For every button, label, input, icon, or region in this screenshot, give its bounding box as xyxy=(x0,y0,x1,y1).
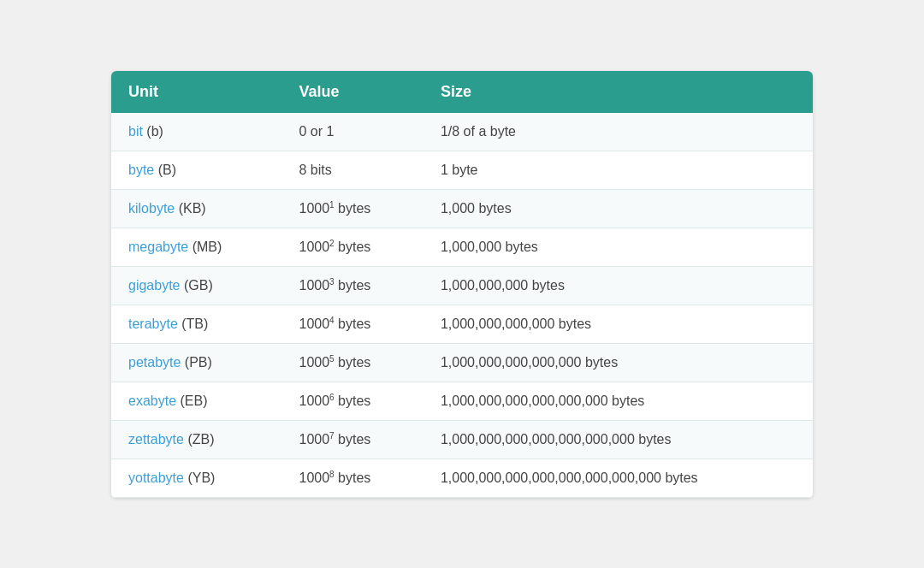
cell-value: 10007 bytes xyxy=(282,420,424,459)
cell-size: 1 byte xyxy=(424,151,813,189)
cell-size: 1,000,000 bytes xyxy=(424,228,813,266)
cell-value: 10001 bytes xyxy=(282,189,424,228)
table-row: exabyte (EB)10006 bytes1,000,000,000,000… xyxy=(111,382,813,420)
unit-abbr: (KB) xyxy=(175,201,205,216)
cell-value: 10008 bytes xyxy=(282,459,424,497)
cell-value: 10005 bytes xyxy=(282,343,424,382)
data-table: Unit Value Size bit (b)0 or 11/8 of a by… xyxy=(111,71,813,498)
cell-size: 1,000,000,000,000,000,000 bytes xyxy=(424,382,813,420)
value-exponent: 8 xyxy=(329,469,335,478)
table-row: bit (b)0 or 11/8 of a byte xyxy=(111,113,813,151)
table-row: megabyte (MB)10002 bytes1,000,000 bytes xyxy=(111,228,813,266)
table-row: petabyte (PB)10005 bytes1,000,000,000,00… xyxy=(111,343,813,382)
cell-unit: megabyte (MB) xyxy=(111,228,282,266)
cell-size: 1,000,000,000,000 bytes xyxy=(424,305,813,343)
cell-unit: zettabyte (ZB) xyxy=(111,420,282,459)
cell-value: 0 or 1 xyxy=(282,113,424,151)
header-value: Value xyxy=(282,71,424,113)
unit-abbr: (TB) xyxy=(178,317,209,331)
cell-value: 8 bits xyxy=(282,151,424,189)
unit-link[interactable]: exabyte xyxy=(128,393,176,408)
unit-link[interactable]: bit xyxy=(128,124,143,139)
table-header-row: Unit Value Size xyxy=(111,71,813,113)
cell-size: 1,000,000,000 bytes xyxy=(424,266,813,305)
table-row: zettabyte (ZB)10007 bytes1,000,000,000,0… xyxy=(111,420,813,459)
cell-size: 1,000,000,000,000,000,000,000 bytes xyxy=(424,420,813,459)
cell-size: 1/8 of a byte xyxy=(424,113,813,151)
value-exponent: 6 xyxy=(329,392,335,401)
unit-link[interactable]: gigabyte xyxy=(128,278,181,293)
unit-abbr: (MB) xyxy=(188,240,222,254)
cell-unit: kilobyte (KB) xyxy=(111,189,282,228)
table-row: gigabyte (GB)10003 bytes1,000,000,000 by… xyxy=(111,266,813,305)
value-exponent: 7 xyxy=(329,430,335,440)
cell-value: 10003 bytes xyxy=(282,266,424,305)
cell-unit: petabyte (PB) xyxy=(111,343,282,382)
cell-size: 1,000 bytes xyxy=(424,189,813,228)
table-row: kilobyte (KB)10001 bytes1,000 bytes xyxy=(111,189,813,228)
unit-abbr: (PB) xyxy=(181,355,211,370)
cell-unit: gigabyte (GB) xyxy=(111,266,282,305)
value-exponent: 4 xyxy=(329,315,335,324)
value-exponent: 1 xyxy=(329,199,335,209)
header-size: Size xyxy=(424,71,813,113)
unit-abbr: (ZB) xyxy=(184,432,215,447)
table-row: terabyte (TB)10004 bytes1,000,000,000,00… xyxy=(111,305,813,343)
cell-unit: bit (b) xyxy=(111,113,282,151)
unit-abbr: (YB) xyxy=(184,470,215,485)
unit-link[interactable]: megabyte xyxy=(128,240,188,254)
unit-abbr: (B) xyxy=(154,163,176,177)
cell-unit: exabyte (EB) xyxy=(111,382,282,420)
value-exponent: 5 xyxy=(329,353,335,363)
cell-size: 1,000,000,000,000,000,000,000,000 bytes xyxy=(424,459,813,497)
unit-link[interactable]: petabyte xyxy=(128,355,181,370)
table-row: byte (B)8 bits1 byte xyxy=(111,151,813,189)
cell-unit: byte (B) xyxy=(111,151,282,189)
value-exponent: 3 xyxy=(329,276,335,286)
value-exponent: 2 xyxy=(329,238,335,247)
cell-value: 10004 bytes xyxy=(282,305,424,343)
cell-unit: yottabyte (YB) xyxy=(111,459,282,497)
unit-link[interactable]: terabyte xyxy=(128,317,178,331)
unit-link[interactable]: yottabyte xyxy=(128,470,184,485)
unit-abbr: (GB) xyxy=(181,278,213,293)
unit-link[interactable]: zettabyte xyxy=(128,432,184,447)
cell-unit: terabyte (TB) xyxy=(111,305,282,343)
unit-abbr: (b) xyxy=(143,124,163,139)
cell-size: 1,000,000,000,000,000 bytes xyxy=(424,343,813,382)
cell-value: 10006 bytes xyxy=(282,382,424,420)
header-unit: Unit xyxy=(111,71,282,113)
cell-value: 10002 bytes xyxy=(282,228,424,266)
unit-link[interactable]: byte xyxy=(128,163,154,177)
table-row: yottabyte (YB)10008 bytes1,000,000,000,0… xyxy=(111,459,813,497)
unit-link[interactable]: kilobyte xyxy=(128,201,175,216)
unit-abbr: (EB) xyxy=(176,393,207,408)
